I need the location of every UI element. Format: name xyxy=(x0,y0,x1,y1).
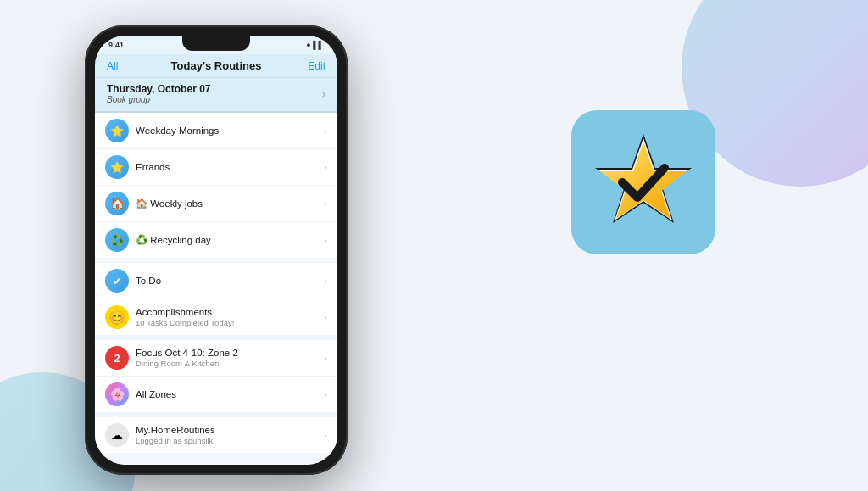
date-sub: Book group xyxy=(107,95,210,104)
recycling-title: ♻️ Recycling day xyxy=(136,234,324,246)
todo-title: To Do xyxy=(136,276,324,286)
status-icons: ● ▌▌ xyxy=(306,41,324,49)
date-chevron-icon: › xyxy=(322,88,326,100)
app-icon-wrapper xyxy=(571,110,715,254)
errands-title: Errands xyxy=(136,162,324,172)
routine-group-2: ✔ To Do › 😊 Accomplishments 10 Tasks Com… xyxy=(95,263,337,335)
phone-mockup: 9:41 ● ▌▌ All Today's Routines Edit Thur… xyxy=(85,25,348,475)
accomplishments-subtitle: 10 Tasks Completed Today! xyxy=(136,318,324,327)
status-time: 9:41 xyxy=(108,41,124,49)
weekday-mornings-title: Weekday Mornings xyxy=(136,126,324,136)
all-zones-chevron-icon: › xyxy=(324,389,327,399)
nav-title: Today's Routines xyxy=(171,59,262,72)
myhomeroutines-icon: ☁ xyxy=(105,423,129,447)
recycling-icon: ♻️ xyxy=(105,228,129,252)
weekday-mornings-icon: ⭐ xyxy=(105,119,129,142)
all-zones-title: All Zones xyxy=(136,389,324,399)
errands-content: Errands xyxy=(136,162,324,172)
accomplishments-title: Accomplishments xyxy=(136,307,324,317)
app-icon-star xyxy=(588,127,698,237)
svg-marker-2 xyxy=(600,142,687,219)
app-icon-background xyxy=(571,110,715,254)
date-section[interactable]: Thursday, October 07 Book group › xyxy=(95,78,337,113)
list-item[interactable]: ☁ My.HomeRoutines Logged in as spunsilk … xyxy=(95,417,337,453)
phone-notch xyxy=(182,36,250,51)
accomplishments-content: Accomplishments 10 Tasks Completed Today… xyxy=(136,307,324,327)
focus-zone-chevron-icon: › xyxy=(324,353,327,363)
all-zones-icon: 🌸 xyxy=(105,382,129,406)
list-item[interactable]: ⭐ Weekday Mornings › xyxy=(95,113,337,149)
accomplishments-icon: 😊 xyxy=(105,305,129,329)
nav-bar: All Today's Routines Edit xyxy=(95,54,337,78)
nav-edit-button[interactable]: Edit xyxy=(300,60,326,72)
myhomeroutines-subtitle: Logged in as spunsilk xyxy=(136,436,324,445)
focus-zone-subtitle: Dining Room & Kitchen xyxy=(136,359,324,368)
focus-zone-content: Focus Oct 4-10: Zone 2 Dining Room & Kit… xyxy=(136,348,324,368)
myhomeroutines-content: My.HomeRoutines Logged in as spunsilk xyxy=(136,425,324,445)
date-main: Thursday, October 07 xyxy=(107,83,210,95)
recycling-chevron-icon: › xyxy=(324,235,327,245)
all-zones-content: All Zones xyxy=(136,389,324,399)
myhomeroutines-title: My.HomeRoutines xyxy=(136,425,324,435)
errands-icon: ⭐ xyxy=(105,155,129,179)
weekday-mornings-content: Weekday Mornings xyxy=(136,126,324,136)
list-item[interactable]: 😊 Accomplishments 10 Tasks Completed Tod… xyxy=(95,299,337,335)
todo-content: To Do xyxy=(136,276,324,286)
list-item[interactable]: ⭐ Errands › xyxy=(95,149,337,186)
weekly-jobs-content: 🏠 Weekly jobs xyxy=(136,198,324,209)
errands-chevron-icon: › xyxy=(324,162,327,172)
list-item[interactable]: 🏠 🏠 Weekly jobs › xyxy=(95,186,337,222)
focus-zone-title: Focus Oct 4-10: Zone 2 xyxy=(136,348,324,358)
routine-group-1: ⭐ Weekday Mornings › ⭐ Errands › xyxy=(95,113,337,258)
phone-screen: 9:41 ● ▌▌ All Today's Routines Edit Thur… xyxy=(95,36,337,465)
routine-group-4: ☁ My.HomeRoutines Logged in as spunsilk … xyxy=(95,417,337,453)
myhomeroutines-chevron-icon: › xyxy=(324,430,327,440)
weekly-jobs-title: 🏠 Weekly jobs xyxy=(136,198,324,209)
list-item[interactable]: ♻️ ♻️ Recycling day › xyxy=(95,222,337,258)
focus-zone-icon: 2 xyxy=(105,346,129,370)
routine-list: ⭐ Weekday Mornings › ⭐ Errands › xyxy=(95,113,337,465)
list-item[interactable]: 2 Focus Oct 4-10: Zone 2 Dining Room & K… xyxy=(95,340,337,377)
weekday-mornings-chevron-icon: › xyxy=(324,126,327,136)
routine-group-3: 2 Focus Oct 4-10: Zone 2 Dining Room & K… xyxy=(95,340,337,412)
recycling-content: ♻️ Recycling day xyxy=(136,234,324,246)
nav-all-button[interactable]: All xyxy=(107,60,132,72)
weekly-jobs-chevron-icon: › xyxy=(324,198,327,209)
todo-icon: ✔ xyxy=(105,269,129,293)
date-info: Thursday, October 07 Book group xyxy=(107,83,210,104)
accomplishments-chevron-icon: › xyxy=(324,312,327,322)
todo-chevron-icon: › xyxy=(324,276,327,286)
list-item[interactable]: 🌸 All Zones › xyxy=(95,377,337,412)
phone-body: 9:41 ● ▌▌ All Today's Routines Edit Thur… xyxy=(85,25,348,475)
weekly-jobs-icon: 🏠 xyxy=(105,192,129,215)
list-item[interactable]: ✔ To Do › xyxy=(95,263,337,299)
